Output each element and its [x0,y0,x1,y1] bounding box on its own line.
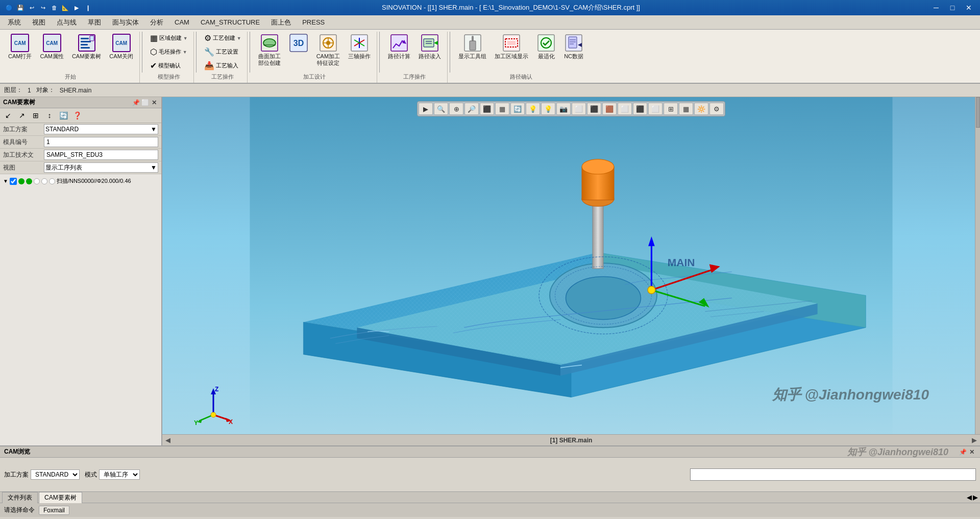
tab-cam-tree[interactable]: CAM要素树 [39,492,82,503]
tab-file-list[interactable]: 文件列表 [2,492,38,503]
panel-close-button[interactable]: ✕ [150,99,158,107]
vp-rotate-btn[interactable]: 🔄 [510,103,525,115]
vp-light2-btn[interactable]: 💡 [541,103,555,115]
cam-tool-5[interactable]: 🔄 [57,110,69,121]
cam-tool-6[interactable]: ❓ [71,110,83,121]
viewport[interactable]: ▶ 🔍 ⊕ 🔎 ⬛ ▦ 🔄 💡 💡 📷 ⬜ ⬛ 🟫 ⬜ ⬛ ⬜ ⊞ ▦ 🔆 ⚙ [162,97,980,445]
tab-scroll-left[interactable]: ◀ [967,493,972,501]
region-create-dropdown[interactable]: ▼ [183,36,188,41]
menu-view[interactable]: 视图 [27,16,51,29]
minimize-button[interactable]: ─ [929,2,943,13]
machine-area-button[interactable]: 加工区域显示 [492,32,531,62]
qa-delete[interactable]: 🗑 [49,3,59,13]
tab-scroll-right[interactable]: ▶ [973,493,978,501]
quick-access-toolbar: 🔵 💾 ↩ ↪ 🗑 📐 ▶ ❙ [4,3,93,13]
qa-redo[interactable]: ↪ [38,3,48,13]
svg-rect-36 [569,37,577,48]
vp-obj4-btn[interactable]: ⬛ [633,103,647,115]
vp-light1-btn[interactable]: 💡 [526,103,540,115]
vp-view-box-btn[interactable]: ⬛ [480,103,494,115]
path-read-button[interactable]: 路径读入 [415,32,444,62]
viewport-tab-bar: ◀ [1] SHER.main ▶ [162,434,980,445]
scrollbar-thumb[interactable] [976,97,980,128]
vp-wire-btn[interactable]: ▦ [495,103,509,115]
viewport-tab-label[interactable]: [1] SHER.main [550,437,593,444]
vp-obj3-btn[interactable]: ⬜ [618,103,632,115]
vp-obj5-btn[interactable]: ⬜ [648,103,663,115]
cam-close-button[interactable]: CAM CAM关闭 [106,32,136,62]
region-create-button[interactable]: ▦ 区域创建 ▼ [148,32,190,44]
blank-ops-button[interactable]: ⬡ 毛坯操作 ▼ [148,45,190,58]
qa-play[interactable]: ▶ [71,3,82,13]
viewport-scrollbar-right[interactable] [975,97,980,434]
vp-obj2-btn[interactable]: 🟫 [602,103,617,115]
bottom-mode-select[interactable]: 单轴工序 [99,469,140,480]
menu-press[interactable]: PRESS [297,16,330,28]
process-input-button[interactable]: 📥 工艺输入 [202,59,244,72]
bottom-plan-select[interactable]: STANDARD [31,469,80,480]
bottom-panel-pin[interactable]: 📌 [959,448,967,456]
vp-grid-btn[interactable]: ⊞ [664,103,678,115]
vp-zoom-fit-btn[interactable]: 🔍 [434,103,448,115]
vp-play-btn[interactable]: ▶ [419,103,433,115]
tree-item-0[interactable]: ▼ 扫描/NNS0000//Φ20.000/0.46 [2,176,159,186]
vp-camera-btn[interactable]: 📷 [556,103,571,115]
vp-cube-btn[interactable]: ⬜ [572,103,586,115]
menu-system[interactable]: 系统 [2,16,27,29]
close-button[interactable]: ✕ [962,2,976,13]
menu-surface-color[interactable]: 面上色 [265,16,297,29]
cam-tool-4[interactable]: ↕ [43,110,56,121]
viewport-tab-left-arrow[interactable]: ◀ [165,436,170,444]
panel-float-button[interactable]: ⬜ [141,99,149,107]
menu-cam-structure[interactable]: CAM_STRUCTURE [195,16,265,28]
qa-undo[interactable]: ↩ [27,3,37,13]
show-tool-button[interactable]: 显示工具组 [455,32,489,62]
maximize-button[interactable]: □ [945,2,960,13]
tree-checkbox[interactable] [10,178,17,185]
qa-measure[interactable]: 📐 [60,3,70,13]
optimize-button[interactable]: 最适化 [533,32,559,62]
panel-pin-button[interactable]: 📌 [132,99,140,107]
tech-text-input[interactable] [44,150,158,160]
menu-analysis[interactable]: 分析 [144,16,169,29]
menu-bar: 系统 视图 点与线 草图 面与实体 分析 CAM CAM_STRUCTURE 面… [0,15,980,30]
view-select[interactable]: 显示工序列表 ▼ [44,162,158,173]
menu-facesolid[interactable]: 面与实体 [107,16,144,29]
cam-open-button[interactable]: CAM CAM打开 [5,32,35,62]
machining-plan-select[interactable]: STANDARD ▼ [44,124,158,134]
menu-sketch[interactable]: 草图 [82,16,107,29]
process-create-button[interactable]: ⚙ 工艺创建 ▼ [202,32,244,44]
cam-props-button[interactable]: CAM CAM属性 [37,32,66,62]
tree-area: ▼ 扫描/NNS0000//Φ20.000/0.46 [0,174,161,445]
3d-button[interactable]: 3D [286,32,311,55]
tree-item-text: 扫描/NNS0000//Φ20.000/0.46 [57,177,131,185]
vp-zoom-window-btn[interactable]: ⊕ [449,103,463,115]
qa-save[interactable]: 💾 [15,3,26,13]
vp-obj1-btn[interactable]: ⬛ [587,103,601,115]
vp-grid2-btn[interactable]: ▦ [679,103,693,115]
surface-machining-button[interactable]: 曲面加工部位创建 [255,32,284,68]
process-settings-button[interactable]: 🔧 工艺设置 [202,45,244,58]
3axis-button[interactable]: 三轴操作 [345,32,374,62]
cam-tool-3[interactable]: ⊞ [30,110,42,121]
bottom-command-input[interactable] [690,468,976,481]
cam-feature-button[interactable]: CAM加工特征设定 [313,32,343,68]
nc-data-button[interactable]: NC数据 [561,32,586,62]
path-calc-button[interactable]: 路径计算 [385,32,413,62]
bottom-panel-close[interactable]: ✕ [968,448,976,456]
menu-cam[interactable]: CAM [169,16,195,28]
tree-expand[interactable]: ▼ [3,178,8,184]
cam-tool-1[interactable]: ↙ [2,110,14,121]
vp-bright-btn[interactable]: 🔆 [694,103,708,115]
menu-pointline[interactable]: 点与线 [51,16,82,29]
mold-number-input[interactable] [44,137,158,147]
cam-tool-2[interactable]: ↗ [16,110,28,121]
blank-ops-dropdown[interactable]: ▼ [183,50,187,55]
model-confirm-button[interactable]: ✔ 模型确认 [148,59,190,72]
cam-tree-button[interactable]: CAM要素树 [69,32,104,62]
process-create-dropdown[interactable]: ▼ [237,36,241,41]
viewport-tab-right-arrow[interactable]: ▶ [972,436,977,444]
vp-settings-btn[interactable]: ⚙ [709,103,724,115]
vp-zoom-btn[interactable]: 🔎 [464,103,479,115]
foxmail-button[interactable]: Foxmail [39,506,69,515]
